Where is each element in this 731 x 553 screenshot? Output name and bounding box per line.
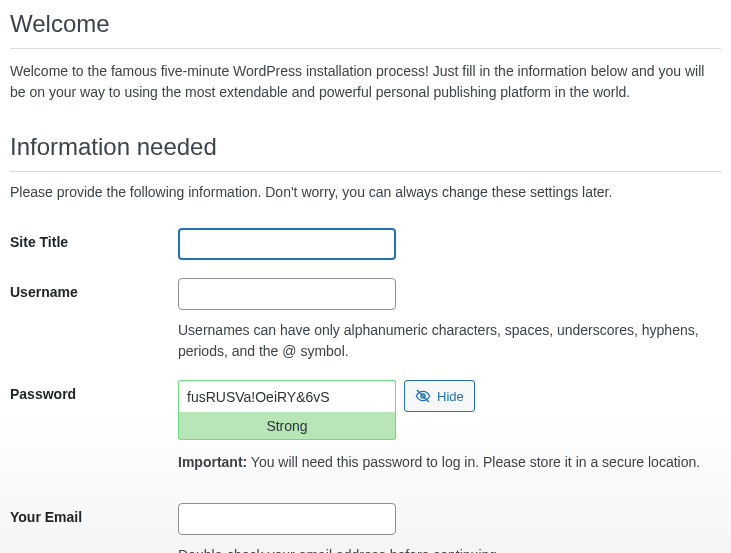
username-input[interactable] — [178, 278, 396, 310]
password-important: Important: You will need this password t… — [178, 452, 721, 473]
email-input[interactable] — [178, 503, 396, 535]
password-input[interactable] — [178, 380, 396, 412]
username-label: Username — [10, 278, 178, 300]
password-strength: Strong — [178, 412, 396, 440]
username-row: Username Usernames can have only alphanu… — [10, 278, 721, 362]
site-title-label: Site Title — [10, 228, 178, 250]
important-text: You will need this password to log in. P… — [247, 454, 700, 470]
hide-button[interactable]: Hide — [404, 380, 475, 412]
info-hint: Please provide the following information… — [10, 184, 721, 200]
email-help: Double-check your email address before c… — [178, 545, 708, 553]
important-prefix: Important: — [178, 454, 247, 470]
username-help: Usernames can have only alphanumeric cha… — [178, 320, 708, 362]
password-row: Password Strong Hide Important: You will… — [10, 380, 721, 473]
welcome-heading: Welcome — [10, 10, 721, 49]
password-label: Password — [10, 380, 178, 402]
eye-slash-icon — [415, 388, 431, 404]
site-title-row: Site Title — [10, 228, 721, 260]
email-label: Your Email — [10, 503, 178, 525]
email-row: Your Email Double-check your email addre… — [10, 503, 721, 553]
info-heading: Information needed — [10, 133, 721, 172]
hide-button-label: Hide — [437, 389, 464, 404]
site-title-input[interactable] — [178, 228, 396, 260]
welcome-intro: Welcome to the famous five-minute WordPr… — [10, 61, 721, 103]
